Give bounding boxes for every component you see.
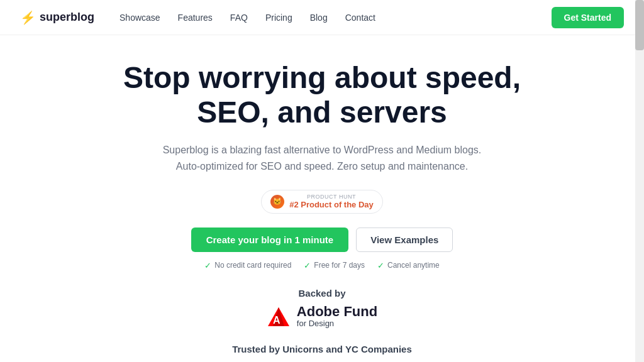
- create-blog-button[interactable]: Create your blog in 1 minute: [191, 228, 349, 252]
- trust-item-0: ✓ No credit card required: [204, 261, 291, 270]
- scrollbar-thumb[interactable]: [635, 0, 644, 50]
- adobe-fund-name: Adobe Fund: [297, 305, 377, 319]
- check-icon-2: ✓: [377, 261, 384, 270]
- hero-section: Stop worrying about speed, SEO, and serv…: [0, 35, 644, 362]
- ph-badge-label: PRODUCT HUNT: [289, 194, 374, 200]
- trust-item-1: ✓ Free for 7 days: [304, 261, 365, 270]
- adobe-icon: A: [267, 305, 291, 329]
- hero-subtitle: Superblog is a blazing fast alternative …: [152, 142, 492, 174]
- nav-features[interactable]: Features: [178, 13, 213, 23]
- nav-showcase[interactable]: Showcase: [119, 13, 160, 23]
- navbar: ⚡ superblog Showcase Features FAQ Pricin…: [0, 0, 644, 35]
- trust-label-2: Cancel anytime: [387, 261, 440, 270]
- check-icon-1: ✓: [304, 261, 311, 270]
- backed-label: Backed by: [298, 288, 345, 299]
- trust-label-1: Free for 7 days: [314, 261, 365, 270]
- trusted-label: Trusted by Unicorns and YC Companies: [232, 344, 412, 354]
- backed-section: Backed by A Adobe Fund for Design: [267, 288, 377, 329]
- nav-links: Showcase Features FAQ Pricing Blog Conta…: [119, 12, 552, 23]
- cta-row: Create your blog in 1 minute View Exampl…: [191, 228, 453, 252]
- svg-text:A: A: [273, 315, 280, 326]
- check-icon-0: ✓: [204, 261, 211, 270]
- view-examples-button[interactable]: View Examples: [356, 228, 453, 252]
- logo-text: superblog: [40, 11, 94, 24]
- adobe-text: Adobe Fund for Design: [297, 305, 377, 328]
- trust-row: ✓ No credit card required ✓ Free for 7 d…: [204, 261, 439, 270]
- scrollbar[interactable]: [635, 0, 644, 362]
- ph-badge-rank: #2 Product of the Day: [289, 200, 374, 209]
- nav-blog[interactable]: Blog: [310, 13, 328, 23]
- lightning-icon: ⚡: [20, 10, 36, 25]
- ph-badge-content: PRODUCT HUNT #2 Product of the Day: [289, 194, 374, 209]
- hero-title: Stop worrying about speed, SEO, and serv…: [102, 60, 542, 129]
- trust-item-2: ✓ Cancel anytime: [377, 261, 440, 270]
- nav-faq[interactable]: FAQ: [230, 13, 248, 23]
- adobe-logo: A Adobe Fund for Design: [267, 305, 377, 329]
- nav-get-started-button[interactable]: Get Started: [552, 7, 624, 28]
- product-hunt-icon: 🐱: [270, 195, 284, 209]
- nav-pricing[interactable]: Pricing: [265, 13, 292, 23]
- nav-contact[interactable]: Contact: [345, 13, 375, 23]
- product-hunt-badge[interactable]: 🐱 PRODUCT HUNT #2 Product of the Day: [261, 190, 383, 214]
- logo[interactable]: ⚡ superblog: [20, 10, 94, 25]
- adobe-fund-sub: for Design: [297, 319, 377, 328]
- trusted-section: Trusted by Unicorns and YC Companies S S…: [156, 344, 487, 362]
- trust-label-0: No credit card required: [214, 261, 291, 270]
